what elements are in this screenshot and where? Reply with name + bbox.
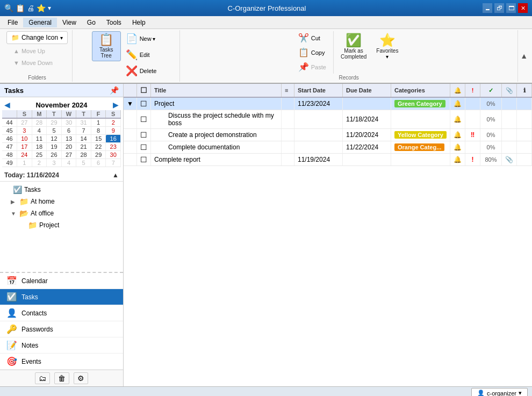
cal-day[interactable]: 29 <box>91 151 106 159</box>
mark-completed-button[interactable]: ✅ Mark asCompleted <box>337 31 370 62</box>
cut-button[interactable]: ✂️ Cut <box>296 31 329 45</box>
row-check-cell[interactable]: ☐ <box>136 110 150 129</box>
cal-day[interactable]: 26 <box>47 151 62 159</box>
row-title-cell[interactable]: Project <box>150 97 281 110</box>
delete-button[interactable]: ❌ Delete <box>122 63 161 78</box>
row-alarm[interactable]: 🔔 <box>450 154 465 166</box>
tree-item-project[interactable]: 📁 Project <box>0 219 123 231</box>
col-filter-header[interactable]: ≡ <box>282 84 294 97</box>
menu-go[interactable]: Go <box>82 18 101 27</box>
user-badge[interactable]: 👤 c-organizer ▾ <box>471 388 528 396</box>
minimize-button[interactable]: 🗕 <box>483 3 492 13</box>
cal-day[interactable]: 3 <box>47 159 62 167</box>
nav-events[interactable]: 🎯 Events <box>0 354 123 370</box>
row-expand-cell[interactable]: ▼ <box>124 97 136 110</box>
delete-folder-button[interactable]: 🗑 <box>54 372 69 384</box>
col-due-header[interactable]: Due Date <box>343 84 391 97</box>
row-check-cell[interactable]: ☐ <box>136 129 150 141</box>
cal-day[interactable]: 4 <box>61 159 76 167</box>
paste-button[interactable]: 📌 Paste <box>296 60 329 74</box>
favorites-dropdown-icon[interactable]: ▾ <box>386 54 389 60</box>
cal-day[interactable]: 12 <box>47 135 62 143</box>
cal-day[interactable]: 28 <box>32 118 47 127</box>
new-button[interactable]: 📄 New ▾ <box>122 31 161 46</box>
row-alarm[interactable]: 🔔 <box>450 97 465 110</box>
move-up-button[interactable]: ▲ Move Up <box>6 46 52 56</box>
maximize-button[interactable]: 🗖 <box>506 3 516 13</box>
row-check-cell[interactable]: ☐ <box>136 97 150 110</box>
col-title-header[interactable]: Title <box>150 84 281 97</box>
cal-day[interactable]: 13 <box>61 135 76 143</box>
cal-day[interactable]: 1 <box>91 118 106 127</box>
cal-day[interactable]: 30 <box>106 151 121 159</box>
menu-help[interactable]: Help <box>127 18 151 27</box>
cal-day[interactable]: 15 <box>91 135 106 143</box>
table-row[interactable]: ☐Complete report11/19/2024🔔!80%📎 <box>124 154 532 166</box>
cal-day[interactable]: 27 <box>61 151 76 159</box>
cal-day[interactable]: 16 <box>106 135 121 143</box>
tree-item-atoffice[interactable]: ▼ 📂 At office <box>0 207 123 219</box>
cal-day[interactable]: 3 <box>17 127 32 135</box>
cal-day[interactable]: 2 <box>106 118 121 127</box>
cal-prev-button[interactable]: ◀ <box>4 100 10 109</box>
cal-day[interactable]: 5 <box>47 127 62 135</box>
nav-calendar[interactable]: 📅 Calendar <box>0 273 123 289</box>
copy-icon[interactable]: 📋 <box>16 4 25 12</box>
pin-icon[interactable]: 📌 <box>110 86 119 95</box>
favorites-button[interactable]: ⭐ Favorites ▾ <box>372 31 402 62</box>
menu-general[interactable]: General <box>23 18 57 27</box>
collapse-icon[interactable]: ▲ <box>112 171 119 179</box>
col-start-header[interactable]: Start Date <box>294 84 343 97</box>
cal-day[interactable]: 7 <box>106 159 121 167</box>
table-row[interactable]: ☐Create a project demonstration11/20/202… <box>124 129 532 141</box>
tree-item-athome[interactable]: ▶ 📁 At home <box>0 196 123 207</box>
row-title-cell[interactable]: Complete report <box>150 154 281 166</box>
row-title-cell[interactable]: Discuss the project schedule with my bos… <box>150 110 281 129</box>
filter-icon[interactable]: ≡ <box>285 87 288 93</box>
menu-view[interactable]: View <box>57 18 82 27</box>
collapse-btn[interactable]: ▼ <box>127 100 133 107</box>
ribbon-collapse-button[interactable]: ▲ <box>520 52 528 60</box>
cal-day[interactable]: 23 <box>106 143 121 151</box>
copy-button[interactable]: 📋 Copy <box>296 46 329 59</box>
cal-day[interactable]: 24 <box>17 151 32 159</box>
nav-contacts[interactable]: 👤 Contacts <box>0 305 123 321</box>
cal-day[interactable]: 1 <box>17 159 32 167</box>
cal-day[interactable]: 6 <box>91 159 106 167</box>
edit-button[interactable]: ✏️ Edit <box>122 47 161 62</box>
col-cat-header[interactable]: Categories <box>391 84 450 97</box>
cal-day[interactable]: 31 <box>76 118 91 127</box>
cal-day[interactable]: 27 <box>17 118 32 127</box>
cal-day[interactable]: 22 <box>91 143 106 151</box>
nav-notes[interactable]: 📝 Notes <box>0 337 123 354</box>
cal-day[interactable]: 5 <box>76 159 91 167</box>
cal-day[interactable]: 6 <box>61 127 76 135</box>
cal-day[interactable]: 11 <box>32 135 47 143</box>
change-icon-button[interactable]: 📁 Change Icon ▾ <box>6 31 68 44</box>
cal-next-button[interactable]: ▶ <box>113 100 119 109</box>
cal-day[interactable]: 14 <box>76 135 91 143</box>
cal-day[interactable]: 4 <box>32 127 47 135</box>
cal-day[interactable]: 30 <box>61 118 76 127</box>
row-alarm[interactable]: 🔔 <box>450 110 465 129</box>
table-row[interactable]: ▼☐Project11/23/2024Green Category🔔0% <box>124 97 532 110</box>
cal-day[interactable]: 10 <box>17 135 32 143</box>
star-icon[interactable]: ⭐ <box>37 4 46 12</box>
cal-day[interactable]: 29 <box>47 118 62 127</box>
row-check-cell[interactable]: ☐ <box>136 154 150 166</box>
tasks-tree-button[interactable]: 📋 TasksTree <box>92 31 121 61</box>
cal-day[interactable]: 28 <box>76 151 91 159</box>
table-row[interactable]: ☐Discuss the project schedule with my bo… <box>124 110 532 129</box>
cal-day[interactable]: 9 <box>106 127 121 135</box>
row-alarm[interactable]: 🔔 <box>450 129 465 141</box>
row-alarm[interactable]: 🔔 <box>450 141 465 154</box>
cal-day[interactable]: 21 <box>76 143 91 151</box>
cal-day[interactable]: 2 <box>32 159 47 167</box>
cal-day[interactable]: 19 <box>47 143 62 151</box>
nav-passwords[interactable]: 🔑 Passwords <box>0 321 123 337</box>
menu-file[interactable]: File <box>2 18 23 27</box>
change-icon-dropdown[interactable]: ▾ <box>60 35 63 41</box>
nav-tasks[interactable]: ☑️ Tasks <box>0 289 123 305</box>
move-down-button[interactable]: ▼ Move Down <box>6 58 60 68</box>
row-check-cell[interactable]: ☐ <box>136 141 150 154</box>
